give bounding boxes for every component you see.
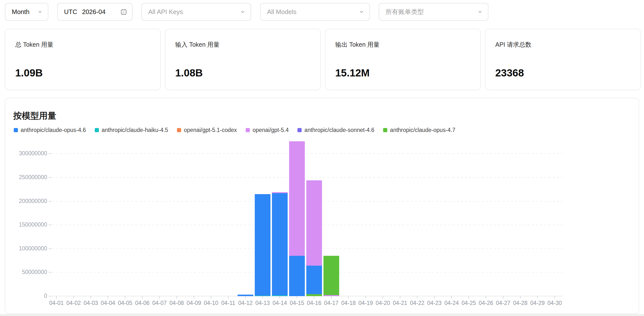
stat-label: 总 Token 用量 — [15, 41, 54, 49]
x-axis-tick — [348, 296, 349, 298]
y-axis-label: 250000000 — [6, 174, 47, 181]
x-axis-tick — [228, 296, 228, 298]
legend-item[interactable]: anthropic/claude-opus-4.6 — [14, 127, 86, 133]
x-axis-tick — [520, 296, 520, 298]
bar-segment[interactable] — [272, 192, 288, 193]
x-axis-label: 04-30 — [546, 300, 563, 306]
filter-bar: Month UTC 2026-04 All API Keys All Model… — [0, 0, 644, 24]
x-axis-tick — [245, 296, 246, 298]
legend-swatch-icon — [14, 128, 18, 132]
legend-item[interactable]: anthropic/claude-opus-4.7 — [383, 127, 455, 133]
chevron-down-icon — [240, 9, 246, 15]
x-axis-label: 04-05 — [116, 300, 134, 306]
billing-type-select[interactable]: 所有账单类型 — [379, 3, 488, 21]
stat-label: 输出 Token 用量 — [335, 41, 380, 49]
legend-label: openai/gpt-5.1-codex — [184, 127, 237, 133]
page-background-strip — [0, 314, 644, 316]
x-axis-label: 04-18 — [340, 300, 357, 306]
legend-swatch-icon — [298, 128, 302, 132]
gridline — [52, 153, 562, 154]
stat-label: 输入 Token 用量 — [175, 41, 220, 49]
x-axis-tick — [451, 296, 452, 298]
x-axis-label: 04-06 — [134, 300, 151, 306]
bar-segment[interactable] — [255, 296, 270, 296]
x-axis-tick — [503, 296, 503, 298]
y-axis-label: 100000000 — [6, 245, 47, 252]
bar-segment[interactable] — [306, 294, 322, 296]
bar-segment[interactable] — [289, 256, 305, 296]
x-axis-tick — [280, 296, 280, 298]
billing-type-placeholder: 所有账单类型 — [379, 8, 424, 16]
x-axis-tick — [486, 296, 486, 298]
x-axis-tick — [74, 296, 74, 298]
bar-segment[interactable] — [306, 266, 322, 294]
x-axis-tick — [297, 296, 297, 298]
api-keys-placeholder: All API Keys — [142, 8, 183, 16]
x-axis-tick — [366, 296, 366, 298]
bar-segment[interactable] — [238, 295, 253, 296]
granularity-select[interactable]: Month — [5, 3, 48, 21]
chevron-down-icon — [37, 9, 43, 15]
x-axis-tick — [211, 296, 211, 298]
x-axis-label: 04-28 — [512, 300, 529, 306]
x-axis-tick — [56, 296, 57, 298]
stat-label: API 请求总数 — [495, 41, 531, 49]
x-axis-tick — [108, 296, 108, 298]
legend-swatch-icon — [95, 128, 99, 132]
legend-label: openai/gpt-5.4 — [252, 127, 288, 133]
bar-segment[interactable] — [255, 194, 270, 296]
x-axis-label: 04-10 — [202, 300, 220, 306]
x-axis-label: 04-15 — [288, 300, 306, 306]
usage-by-model-chart-card: 按模型用量 anthropic/claude-opus-4.6anthropic… — [5, 98, 639, 314]
y-axis-tick — [48, 153, 52, 154]
x-axis-tick — [434, 296, 435, 298]
x-axis-tick — [537, 296, 538, 298]
x-axis-tick — [554, 296, 555, 298]
x-axis-label: 04-27 — [494, 300, 512, 306]
stat-value: 1.09B — [15, 67, 43, 79]
bar-segment[interactable] — [289, 141, 305, 256]
x-axis-tick — [400, 296, 400, 298]
legend-item[interactable]: anthropic/claude-sonnet-4.6 — [298, 127, 374, 133]
chevron-down-icon — [358, 9, 364, 15]
models-placeholder: All Models — [261, 8, 296, 16]
legend-item[interactable]: openai/gpt-5.1-codex — [177, 127, 237, 133]
x-axis-label: 04-23 — [426, 300, 443, 306]
chart-title: 按模型用量 — [13, 110, 56, 122]
bar-segment[interactable] — [324, 295, 339, 296]
date-range-picker[interactable]: UTC 2026-04 — [57, 3, 132, 21]
x-axis-tick — [262, 296, 263, 298]
calendar-icon — [120, 8, 127, 15]
x-axis-label: 04-01 — [48, 300, 65, 306]
legend-swatch-icon — [177, 128, 181, 132]
stat-value: 23368 — [495, 67, 524, 79]
y-axis-label: 300000000 — [6, 150, 47, 157]
x-axis-tick — [314, 296, 314, 298]
y-axis-tick — [48, 296, 52, 296]
x-axis-label: 04-22 — [409, 300, 426, 306]
legend-label: anthropic/claude-haiku-4.5 — [102, 127, 168, 133]
y-axis-tick — [48, 225, 52, 225]
x-axis-label: 04-04 — [100, 300, 116, 306]
bar-segment[interactable] — [306, 180, 322, 266]
gridline — [52, 177, 562, 178]
x-axis-label: 04-20 — [374, 300, 392, 306]
y-axis-label: 0 — [6, 293, 47, 299]
legend-swatch-icon — [383, 128, 387, 132]
x-axis-tick — [90, 296, 91, 298]
x-axis-label: 04-08 — [168, 300, 185, 306]
bar-segment[interactable] — [272, 295, 288, 296]
models-select[interactable]: All Models — [260, 3, 370, 21]
x-axis-label: 04-24 — [443, 300, 460, 306]
granularity-value: Month — [6, 8, 30, 16]
x-axis-label: 04-09 — [185, 300, 202, 306]
legend-label: anthropic/claude-opus-4.7 — [390, 127, 455, 133]
x-axis-tick — [176, 296, 177, 298]
legend-item[interactable]: anthropic/claude-haiku-4.5 — [95, 127, 168, 133]
bar-segment[interactable] — [324, 256, 339, 295]
legend-item[interactable]: openai/gpt-5.4 — [246, 127, 288, 133]
bar-segment[interactable] — [272, 193, 288, 295]
api-keys-select[interactable]: All API Keys — [141, 3, 251, 21]
y-axis-label: 50000000 — [6, 269, 47, 275]
x-axis-tick — [417, 296, 418, 298]
